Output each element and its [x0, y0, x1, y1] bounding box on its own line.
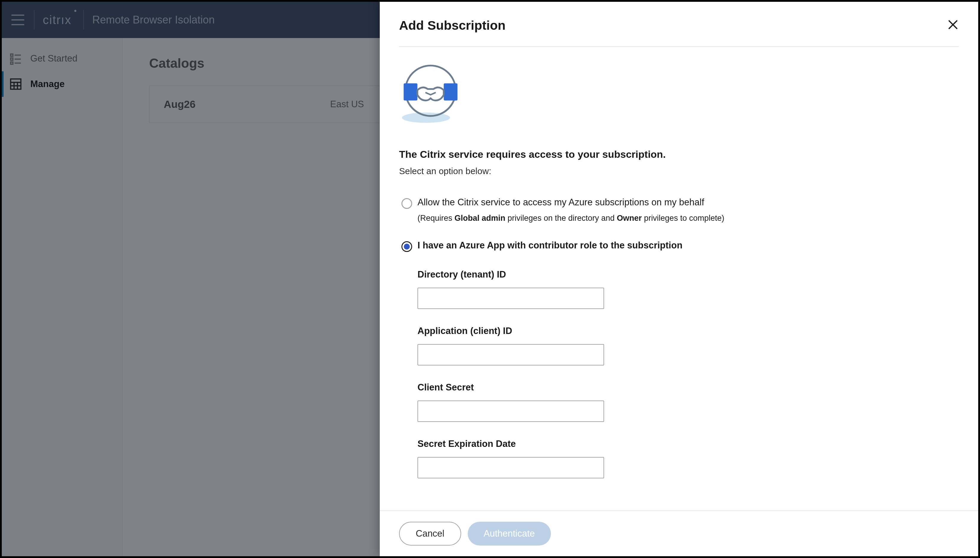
- radio-icon-checked: [401, 241, 412, 252]
- modal-subline: Select an option below:: [399, 166, 959, 176]
- client-id-input[interactable]: [417, 344, 604, 366]
- radio-note: (Requires Global admin privileges on the…: [417, 213, 959, 223]
- close-icon[interactable]: [947, 18, 959, 30]
- tenant-id-label: Directory (tenant) ID: [417, 269, 959, 280]
- radio-azure-app[interactable]: I have an Azure App with contributor rol…: [401, 240, 959, 252]
- radio-label: Allow the Citrix service to access my Az…: [417, 197, 704, 208]
- radio-label: I have an Azure App with contributor rol…: [417, 240, 683, 251]
- secret-expiry-label: Secret Expiration Date: [417, 438, 959, 449]
- secret-expiry-input[interactable]: [417, 457, 604, 478]
- svg-rect-13: [404, 83, 417, 100]
- radio-allow-citrix[interactable]: Allow the Citrix service to access my Az…: [401, 197, 959, 209]
- radio-icon-unchecked: [401, 198, 412, 209]
- authenticate-button[interactable]: Authenticate: [468, 522, 551, 545]
- client-id-label: Application (client) ID: [417, 326, 959, 336]
- svg-point-11: [402, 113, 450, 123]
- tenant-id-input[interactable]: [417, 287, 604, 309]
- handshake-icon: [399, 64, 462, 125]
- svg-rect-14: [444, 83, 457, 100]
- modal-title: Add Subscription: [399, 18, 506, 33]
- client-secret-label: Client Secret: [417, 382, 959, 393]
- client-secret-input[interactable]: [417, 400, 604, 422]
- modal-headline: The Citrix service requires access to yo…: [399, 149, 959, 160]
- cancel-button[interactable]: Cancel: [399, 522, 461, 545]
- add-subscription-modal: Add Subscription The Citrix service requ…: [380, 2, 978, 556]
